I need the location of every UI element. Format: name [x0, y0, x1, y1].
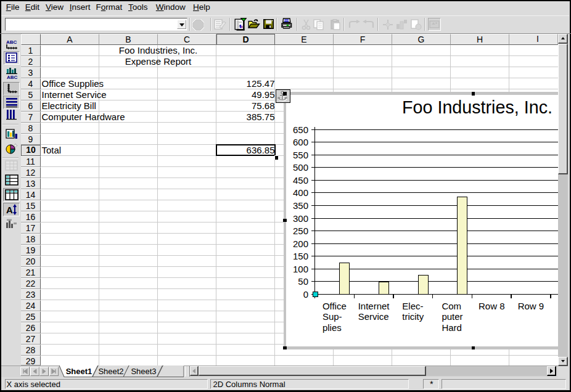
svg-text:ABC: ABC	[7, 75, 18, 80]
svg-text:A: A	[6, 205, 13, 215]
svg-text:ABC: ABC	[6, 39, 17, 45]
